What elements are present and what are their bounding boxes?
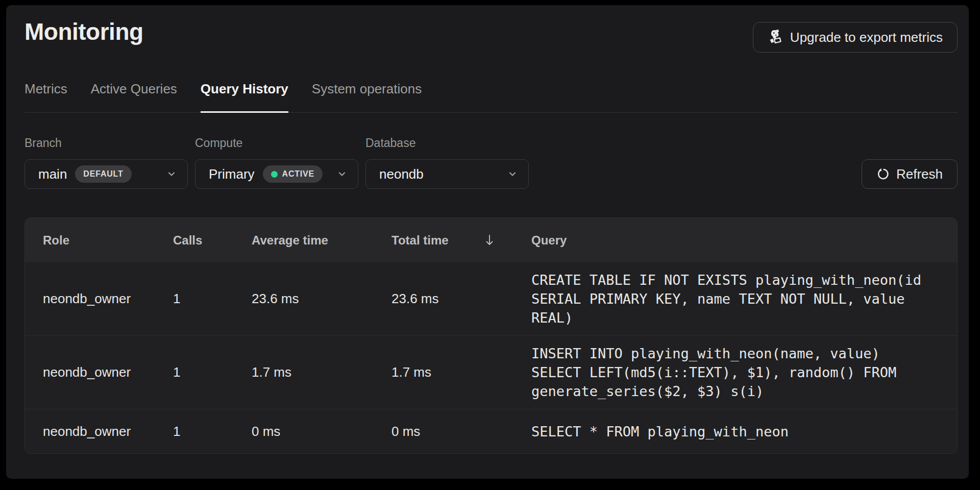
- cell-role: neondb_owner: [43, 291, 173, 307]
- cell-total-time: 1.7 ms: [391, 364, 531, 380]
- tab-system-operations[interactable]: System operations: [312, 81, 422, 112]
- default-badge: DEFAULT: [75, 165, 131, 183]
- tab-query-history[interactable]: Query History: [201, 81, 288, 112]
- cell-average-time: 23.6 ms: [252, 291, 391, 307]
- compute-label: Compute: [195, 136, 358, 150]
- refresh-button[interactable]: Refresh: [862, 159, 958, 189]
- branch-select[interactable]: main DEFAULT: [24, 159, 188, 189]
- cell-role: neondb_owner: [43, 424, 173, 439]
- table-row[interactable]: neondb_owner 1 23.6 ms 23.6 ms CREATE TA…: [25, 262, 957, 335]
- upgrade-button-label: Upgrade to export metrics: [790, 30, 943, 45]
- datadog-dog-icon: [768, 29, 783, 45]
- upgrade-to-export-metrics-button[interactable]: Upgrade to export metrics: [753, 22, 958, 53]
- total-time-header-label: Total time: [391, 233, 449, 248]
- compute-select[interactable]: Primary ACTIVE: [195, 159, 358, 189]
- chevron-down-icon: [337, 169, 347, 179]
- cell-query-sql: CREATE TABLE IF NOT EXISTS playing_with_…: [531, 262, 942, 335]
- tab-active-queries[interactable]: Active Queries: [91, 81, 177, 112]
- database-filter: Database neondb: [365, 136, 529, 189]
- cell-calls: 1: [173, 364, 252, 380]
- compute-value: Primary: [209, 166, 255, 182]
- table-row[interactable]: neondb_owner 1 1.7 ms 1.7 ms INSERT INTO…: [25, 335, 957, 409]
- branch-label: Branch: [24, 136, 188, 150]
- column-header-calls[interactable]: Calls: [173, 233, 252, 248]
- column-header-average-time[interactable]: Average time: [252, 233, 391, 248]
- chevron-down-icon: [167, 169, 176, 179]
- page-header: Monitoring Upgrade to export metrics: [24, 18, 958, 53]
- cell-role: neondb_owner: [43, 364, 173, 380]
- cell-query-sql: INSERT INTO playing_with_neon(name, valu…: [531, 336, 942, 409]
- table-header-row: Role Calls Average time Total time Query: [25, 218, 957, 262]
- cell-query-sql: SELECT * FROM playing_with_neon: [531, 414, 942, 449]
- active-status-dot-icon: [271, 171, 278, 178]
- cell-calls: 1: [173, 424, 252, 439]
- compute-filter: Compute Primary ACTIVE: [195, 136, 358, 189]
- active-status-badge: ACTIVE: [263, 165, 323, 183]
- chevron-down-icon: [508, 169, 517, 179]
- cell-average-time: 1.7 ms: [252, 364, 391, 380]
- column-header-role[interactable]: Role: [43, 233, 173, 248]
- cell-average-time: 0 ms: [252, 424, 391, 439]
- cell-total-time: 0 ms: [391, 424, 531, 439]
- query-history-table: Role Calls Average time Total time Query…: [24, 217, 958, 454]
- column-header-query[interactable]: Query: [531, 233, 942, 248]
- cell-calls: 1: [173, 291, 252, 307]
- tab-metrics[interactable]: Metrics: [24, 81, 67, 112]
- branch-value: main: [38, 166, 67, 182]
- database-label: Database: [365, 136, 529, 150]
- refresh-icon: [876, 167, 890, 181]
- tab-bar: Metrics Active Queries Query History Sys…: [24, 81, 958, 113]
- active-badge-label: ACTIVE: [282, 169, 314, 179]
- refresh-button-label: Refresh: [896, 166, 943, 182]
- column-header-total-time[interactable]: Total time: [391, 233, 531, 248]
- sort-descending-arrow-icon[interactable]: [484, 234, 495, 247]
- table-row[interactable]: neondb_owner 1 0 ms 0 ms SELECT * FROM p…: [25, 409, 957, 453]
- monitoring-panel: Monitoring Upgrade to export metrics M: [6, 5, 969, 479]
- page-content: Monitoring Upgrade to export metrics M: [6, 5, 969, 479]
- page-title: Monitoring: [24, 18, 143, 45]
- database-value: neondb: [379, 166, 424, 182]
- database-select[interactable]: neondb: [365, 159, 529, 189]
- cell-total-time: 23.6 ms: [391, 291, 531, 307]
- branch-filter: Branch main DEFAULT: [24, 136, 188, 189]
- filters-row: Branch main DEFAULT Compute Primary ACTI…: [24, 136, 958, 189]
